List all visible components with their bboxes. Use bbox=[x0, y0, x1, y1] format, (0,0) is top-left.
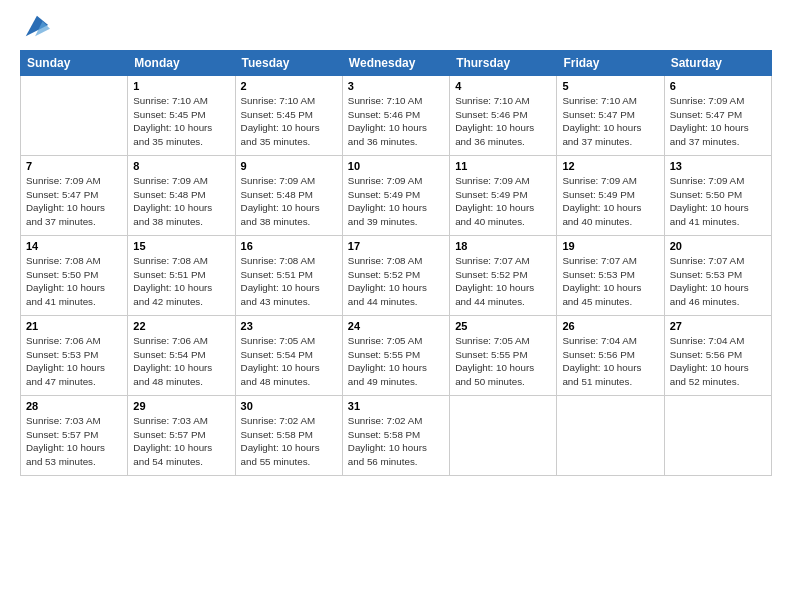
logo-text-block bbox=[20, 16, 50, 40]
day-info: Sunrise: 7:09 AM Sunset: 5:48 PM Dayligh… bbox=[241, 174, 337, 229]
logo bbox=[20, 16, 50, 40]
day-info: Sunrise: 7:08 AM Sunset: 5:50 PM Dayligh… bbox=[26, 254, 122, 309]
day-number: 14 bbox=[26, 240, 122, 252]
day-number: 12 bbox=[562, 160, 658, 172]
day-cell: 23Sunrise: 7:05 AM Sunset: 5:54 PM Dayli… bbox=[235, 316, 342, 396]
day-cell: 28Sunrise: 7:03 AM Sunset: 5:57 PM Dayli… bbox=[21, 396, 128, 476]
day-cell: 29Sunrise: 7:03 AM Sunset: 5:57 PM Dayli… bbox=[128, 396, 235, 476]
day-cell: 13Sunrise: 7:09 AM Sunset: 5:50 PM Dayli… bbox=[664, 156, 771, 236]
day-number: 21 bbox=[26, 320, 122, 332]
day-number: 23 bbox=[241, 320, 337, 332]
day-info: Sunrise: 7:03 AM Sunset: 5:57 PM Dayligh… bbox=[133, 414, 229, 469]
week-row-5: 28Sunrise: 7:03 AM Sunset: 5:57 PM Dayli… bbox=[21, 396, 772, 476]
day-info: Sunrise: 7:09 AM Sunset: 5:49 PM Dayligh… bbox=[562, 174, 658, 229]
day-cell: 6Sunrise: 7:09 AM Sunset: 5:47 PM Daylig… bbox=[664, 76, 771, 156]
day-number: 6 bbox=[670, 80, 766, 92]
day-number: 17 bbox=[348, 240, 444, 252]
weekday-thursday: Thursday bbox=[450, 51, 557, 76]
weekday-wednesday: Wednesday bbox=[342, 51, 449, 76]
day-info: Sunrise: 7:06 AM Sunset: 5:54 PM Dayligh… bbox=[133, 334, 229, 389]
day-info: Sunrise: 7:02 AM Sunset: 5:58 PM Dayligh… bbox=[241, 414, 337, 469]
day-number: 8 bbox=[133, 160, 229, 172]
weekday-monday: Monday bbox=[128, 51, 235, 76]
day-cell: 15Sunrise: 7:08 AM Sunset: 5:51 PM Dayli… bbox=[128, 236, 235, 316]
day-info: Sunrise: 7:09 AM Sunset: 5:49 PM Dayligh… bbox=[348, 174, 444, 229]
weekday-friday: Friday bbox=[557, 51, 664, 76]
day-cell: 16Sunrise: 7:08 AM Sunset: 5:51 PM Dayli… bbox=[235, 236, 342, 316]
day-info: Sunrise: 7:09 AM Sunset: 5:47 PM Dayligh… bbox=[26, 174, 122, 229]
day-info: Sunrise: 7:07 AM Sunset: 5:52 PM Dayligh… bbox=[455, 254, 551, 309]
day-cell bbox=[450, 396, 557, 476]
day-info: Sunrise: 7:02 AM Sunset: 5:58 PM Dayligh… bbox=[348, 414, 444, 469]
day-info: Sunrise: 7:04 AM Sunset: 5:56 PM Dayligh… bbox=[562, 334, 658, 389]
day-cell: 27Sunrise: 7:04 AM Sunset: 5:56 PM Dayli… bbox=[664, 316, 771, 396]
day-cell bbox=[664, 396, 771, 476]
day-info: Sunrise: 7:09 AM Sunset: 5:49 PM Dayligh… bbox=[455, 174, 551, 229]
day-info: Sunrise: 7:09 AM Sunset: 5:47 PM Dayligh… bbox=[670, 94, 766, 149]
day-number: 2 bbox=[241, 80, 337, 92]
day-cell: 31Sunrise: 7:02 AM Sunset: 5:58 PM Dayli… bbox=[342, 396, 449, 476]
day-cell: 21Sunrise: 7:06 AM Sunset: 5:53 PM Dayli… bbox=[21, 316, 128, 396]
day-info: Sunrise: 7:05 AM Sunset: 5:54 PM Dayligh… bbox=[241, 334, 337, 389]
day-cell: 26Sunrise: 7:04 AM Sunset: 5:56 PM Dayli… bbox=[557, 316, 664, 396]
day-number: 31 bbox=[348, 400, 444, 412]
day-number: 3 bbox=[348, 80, 444, 92]
week-row-4: 21Sunrise: 7:06 AM Sunset: 5:53 PM Dayli… bbox=[21, 316, 772, 396]
day-number: 29 bbox=[133, 400, 229, 412]
day-cell: 18Sunrise: 7:07 AM Sunset: 5:52 PM Dayli… bbox=[450, 236, 557, 316]
day-info: Sunrise: 7:10 AM Sunset: 5:45 PM Dayligh… bbox=[241, 94, 337, 149]
day-cell: 25Sunrise: 7:05 AM Sunset: 5:55 PM Dayli… bbox=[450, 316, 557, 396]
day-info: Sunrise: 7:10 AM Sunset: 5:46 PM Dayligh… bbox=[348, 94, 444, 149]
day-number: 15 bbox=[133, 240, 229, 252]
day-info: Sunrise: 7:09 AM Sunset: 5:48 PM Dayligh… bbox=[133, 174, 229, 229]
weekday-sunday: Sunday bbox=[21, 51, 128, 76]
week-row-1: 1Sunrise: 7:10 AM Sunset: 5:45 PM Daylig… bbox=[21, 76, 772, 156]
header bbox=[20, 16, 772, 40]
weekday-header-row: SundayMondayTuesdayWednesdayThursdayFrid… bbox=[21, 51, 772, 76]
day-number: 22 bbox=[133, 320, 229, 332]
day-cell: 8Sunrise: 7:09 AM Sunset: 5:48 PM Daylig… bbox=[128, 156, 235, 236]
day-info: Sunrise: 7:08 AM Sunset: 5:52 PM Dayligh… bbox=[348, 254, 444, 309]
day-number: 5 bbox=[562, 80, 658, 92]
day-info: Sunrise: 7:04 AM Sunset: 5:56 PM Dayligh… bbox=[670, 334, 766, 389]
day-cell: 14Sunrise: 7:08 AM Sunset: 5:50 PM Dayli… bbox=[21, 236, 128, 316]
day-number: 30 bbox=[241, 400, 337, 412]
day-number: 18 bbox=[455, 240, 551, 252]
day-cell: 1Sunrise: 7:10 AM Sunset: 5:45 PM Daylig… bbox=[128, 76, 235, 156]
day-cell: 2Sunrise: 7:10 AM Sunset: 5:45 PM Daylig… bbox=[235, 76, 342, 156]
day-cell: 19Sunrise: 7:07 AM Sunset: 5:53 PM Dayli… bbox=[557, 236, 664, 316]
day-cell bbox=[21, 76, 128, 156]
day-cell: 10Sunrise: 7:09 AM Sunset: 5:49 PM Dayli… bbox=[342, 156, 449, 236]
day-cell: 30Sunrise: 7:02 AM Sunset: 5:58 PM Dayli… bbox=[235, 396, 342, 476]
day-info: Sunrise: 7:06 AM Sunset: 5:53 PM Dayligh… bbox=[26, 334, 122, 389]
day-number: 7 bbox=[26, 160, 122, 172]
day-cell: 20Sunrise: 7:07 AM Sunset: 5:53 PM Dayli… bbox=[664, 236, 771, 316]
day-number: 26 bbox=[562, 320, 658, 332]
day-cell: 3Sunrise: 7:10 AM Sunset: 5:46 PM Daylig… bbox=[342, 76, 449, 156]
day-number: 16 bbox=[241, 240, 337, 252]
day-number: 10 bbox=[348, 160, 444, 172]
day-cell: 22Sunrise: 7:06 AM Sunset: 5:54 PM Dayli… bbox=[128, 316, 235, 396]
page: SundayMondayTuesdayWednesdayThursdayFrid… bbox=[0, 0, 792, 488]
day-info: Sunrise: 7:05 AM Sunset: 5:55 PM Dayligh… bbox=[348, 334, 444, 389]
day-info: Sunrise: 7:07 AM Sunset: 5:53 PM Dayligh… bbox=[670, 254, 766, 309]
day-cell: 7Sunrise: 7:09 AM Sunset: 5:47 PM Daylig… bbox=[21, 156, 128, 236]
day-cell bbox=[557, 396, 664, 476]
weekday-saturday: Saturday bbox=[664, 51, 771, 76]
day-cell: 5Sunrise: 7:10 AM Sunset: 5:47 PM Daylig… bbox=[557, 76, 664, 156]
day-number: 13 bbox=[670, 160, 766, 172]
day-number: 27 bbox=[670, 320, 766, 332]
day-number: 19 bbox=[562, 240, 658, 252]
day-info: Sunrise: 7:08 AM Sunset: 5:51 PM Dayligh… bbox=[241, 254, 337, 309]
day-info: Sunrise: 7:10 AM Sunset: 5:47 PM Dayligh… bbox=[562, 94, 658, 149]
day-info: Sunrise: 7:10 AM Sunset: 5:45 PM Dayligh… bbox=[133, 94, 229, 149]
calendar: SundayMondayTuesdayWednesdayThursdayFrid… bbox=[20, 50, 772, 476]
logo-icon bbox=[22, 12, 50, 40]
day-info: Sunrise: 7:03 AM Sunset: 5:57 PM Dayligh… bbox=[26, 414, 122, 469]
weekday-tuesday: Tuesday bbox=[235, 51, 342, 76]
day-number: 11 bbox=[455, 160, 551, 172]
day-number: 1 bbox=[133, 80, 229, 92]
day-cell: 17Sunrise: 7:08 AM Sunset: 5:52 PM Dayli… bbox=[342, 236, 449, 316]
week-row-2: 7Sunrise: 7:09 AM Sunset: 5:47 PM Daylig… bbox=[21, 156, 772, 236]
week-row-3: 14Sunrise: 7:08 AM Sunset: 5:50 PM Dayli… bbox=[21, 236, 772, 316]
